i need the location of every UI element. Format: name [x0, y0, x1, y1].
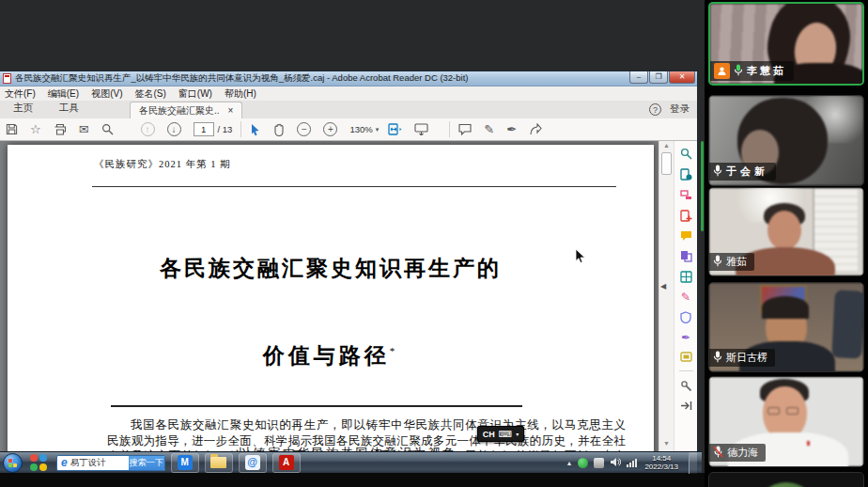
share-forward-icon[interactable] [529, 123, 542, 135]
menu-help[interactable]: 帮助(H) [225, 87, 256, 101]
organize-pages-icon[interactable] [680, 271, 692, 283]
minimize-button[interactable]: – [629, 71, 648, 84]
pdf-page[interactable]: 《民族研究》2021 年第 1 期 各民族交融汇聚史知识再生产的 价值与路径* … [8, 145, 654, 473]
tab-home[interactable]: 主页 [0, 102, 46, 118]
volume-icon[interactable] [610, 454, 621, 471]
mic-on-icon [713, 255, 722, 269]
signature-pen-icon[interactable]: ✒ [506, 123, 517, 135]
participants-scrollbar-thumb[interactable] [701, 141, 704, 231]
taskbar-clock[interactable]: 14:54 2022/3/13 [644, 454, 678, 471]
acrobat-window: 各民族交融汇聚史知识再生产_以铸牢中华民族的共同体意识为视角_杨须爱.caj -… [0, 71, 697, 473]
save-icon[interactable] [6, 123, 18, 135]
menu-edit[interactable]: 编辑(E) [48, 87, 79, 101]
bookmark-star-icon[interactable]: ☆ [30, 123, 41, 135]
participant-name: 雅茹 [726, 255, 747, 269]
participant-name-label: 斯日古楞 [709, 349, 775, 367]
tray-app-icon[interactable] [594, 458, 604, 468]
share-letterbox [0, 473, 705, 487]
zoom-caret-icon[interactable]: ▾ [376, 126, 380, 134]
taskbar-app-m[interactable]: M [171, 453, 199, 473]
zoom-level-select[interactable]: 130% [349, 124, 372, 134]
participant-tile[interactable] [708, 472, 864, 487]
taskbar-pinwheel-app-icon[interactable] [28, 452, 49, 473]
taskbar-search-box[interactable]: e 易丁设计 搜索一下 [56, 455, 165, 471]
menu-sign[interactable]: 签名(S) [134, 87, 165, 101]
sign-in-button[interactable]: 登录 [670, 102, 690, 116]
mouse-cursor [575, 248, 586, 268]
taskbar-app-explorer[interactable] [205, 453, 233, 473]
clock-date: 2022/3/13 [644, 463, 678, 471]
windows-taskbar: e 易丁设计 搜索一下 M @ A ▲ 14:54 2022/3/13 [0, 451, 702, 473]
help-icon[interactable]: ? [649, 103, 661, 116]
document-viewport[interactable]: 《民族研究》2021 年第 1 期 各民族交融汇聚史知识再生产的 价值与路径* … [0, 141, 697, 473]
reading-mode-icon[interactable] [414, 123, 428, 135]
close-button[interactable]: ✕ [669, 71, 695, 84]
zoom-in-icon[interactable]: + [323, 122, 337, 136]
comment-tool-icon[interactable] [680, 230, 692, 242]
screen-share-region: 各民族交融汇聚史知识再生产_以铸牢中华民族的共同体意识为视角_杨须爱.caj -… [0, 0, 705, 487]
stamp-icon[interactable] [680, 352, 692, 362]
taskbar-search-button[interactable]: 搜索一下 [129, 455, 164, 471]
ime-options-caret-icon[interactable]: ▾ [516, 431, 519, 437]
tab-document[interactable]: 各民族交融汇聚史.. × [130, 102, 242, 118]
start-button[interactable] [3, 453, 23, 473]
fit-width-icon[interactable] [388, 123, 402, 135]
protect-pdf-icon[interactable] [680, 311, 691, 323]
keyboard-icon[interactable]: ⌨ [499, 429, 512, 439]
next-page-icon[interactable]: ↓ [167, 122, 181, 136]
participant-tile[interactable]: 雅茹 [708, 187, 864, 276]
toolbar-separator [449, 121, 450, 137]
edit-pdf-icon[interactable] [680, 189, 692, 201]
create-pdf-icon[interactable] [680, 210, 692, 222]
print-icon[interactable] [54, 123, 67, 135]
tab-bar: 主页 工具 各民族交融汇聚史.. × ? 登录 [0, 101, 697, 118]
host-badge-icon [714, 63, 730, 79]
tray-expand-icon[interactable]: ▲ [566, 460, 572, 466]
participant-tile[interactable]: 德力海 [708, 376, 864, 467]
tab-tools[interactable]: 工具 [46, 102, 92, 118]
restore-button[interactable]: ❐ [649, 71, 668, 84]
hand-tool-icon[interactable] [272, 123, 285, 136]
window-titlebar[interactable]: 各民族交融汇聚史知识再生产_以铸牢中华民族的共同体意识为视角_杨须爱.caj -… [0, 71, 697, 86]
participant-tile[interactable]: 李慧茹 [708, 2, 864, 86]
previous-page-icon[interactable]: ↑ [141, 122, 155, 136]
more-tools-icon[interactable] [680, 380, 692, 392]
scroll-up-icon[interactable]: ▲ [659, 142, 674, 149]
menu-file[interactable]: 文件(F) [5, 87, 36, 101]
taskbar-app-acrobat[interactable]: A [272, 453, 301, 473]
menu-bar: 文件(F) 编辑(E) 视图(V) 签名(S) 窗口(W) 帮助(H) [0, 86, 697, 101]
network-signal-icon[interactable] [627, 459, 637, 467]
taskbar-app-mail[interactable]: @ [239, 453, 267, 473]
scroll-down-icon[interactable]: ▼ [659, 440, 674, 447]
select-tool-icon[interactable] [250, 123, 260, 136]
show-desktop-button[interactable] [689, 452, 697, 474]
panel-collapse-icon[interactable]: ◀ [660, 282, 666, 291]
comment-icon[interactable] [458, 123, 472, 135]
certificates-icon[interactable]: ✒ [681, 332, 690, 343]
menu-view[interactable]: 视图(V) [91, 87, 122, 101]
vertical-scrollbar[interactable]: ▲ ▼ [659, 141, 674, 473]
participant-name-label: 德力海 [709, 444, 766, 462]
search-tool-icon[interactable] [680, 148, 692, 160]
zoom-out-icon[interactable]: − [297, 122, 311, 136]
screenshot-root: 各民族交融汇聚史知识再生产_以铸牢中华民族的共同体意识为视角_杨须爱.caj -… [0, 0, 868, 487]
scrollbar-thumb[interactable] [661, 152, 672, 175]
export-pdf-icon[interactable] [680, 168, 692, 181]
participant-tile[interactable]: 斯日古楞 [708, 282, 864, 372]
tab-close-icon[interactable]: × [228, 105, 234, 116]
participant-tile[interactable]: 于会新 [708, 95, 864, 186]
taskbar-search-text[interactable]: 易丁设计 [70, 457, 129, 469]
page-number-input[interactable]: 1 [194, 122, 214, 136]
mic-on-icon [713, 165, 722, 179]
tray-antivirus-icon[interactable] [578, 458, 588, 468]
ime-language-bar[interactable]: CH ⌨ ▾ [477, 426, 524, 442]
email-icon[interactable]: ✉ [79, 123, 89, 135]
menu-window[interactable]: 窗口(W) [178, 87, 212, 101]
fill-sign-pencil-icon[interactable]: ✎ [484, 123, 494, 135]
fill-sign-tool-icon[interactable]: ✎ [681, 291, 690, 303]
combine-files-icon[interactable] [680, 250, 692, 262]
open-tools-pane-icon[interactable] [680, 401, 692, 411]
window-controls: – ❐ ✕ [628, 71, 695, 84]
tools-panel-rail: ✎ ✒ [674, 141, 697, 473]
search-icon[interactable] [101, 123, 114, 135]
